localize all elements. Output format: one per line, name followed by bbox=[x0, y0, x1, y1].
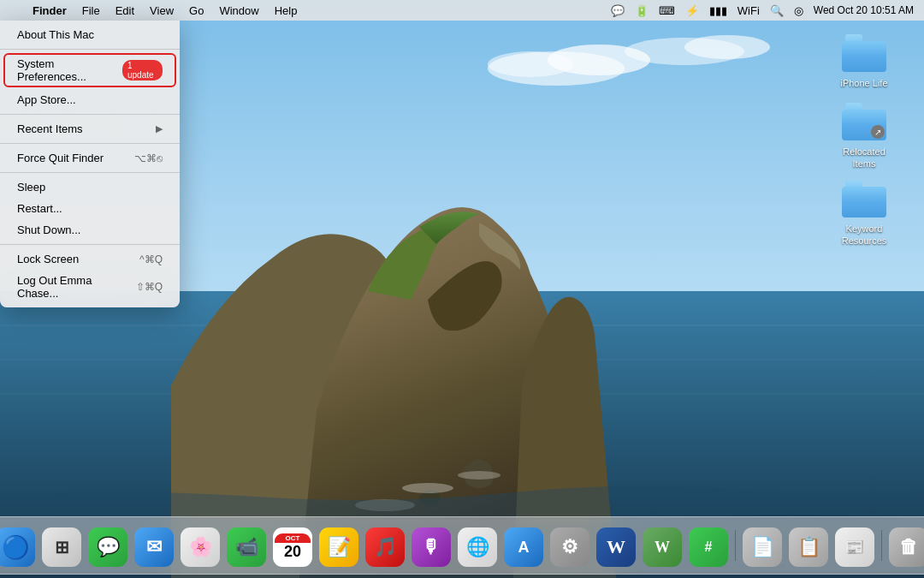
bluetooth-icon[interactable]: ⚡ bbox=[682, 4, 702, 17]
dock-settings[interactable]: ⚙ bbox=[548, 526, 591, 569]
dock-music[interactable]: 🎵 bbox=[364, 526, 406, 569]
dock-separator-2 bbox=[881, 530, 882, 561]
menu-window[interactable]: Window bbox=[212, 0, 265, 21]
datetime: Wed Oct 20 10:51 AM bbox=[810, 4, 917, 16]
keyword-resources-label: Keyword Resources bbox=[842, 223, 887, 247]
dock-trash[interactable]: 🗑 bbox=[887, 526, 924, 569]
dock-chrome[interactable]: 🌐 bbox=[456, 526, 499, 569]
dock-appstore[interactable]: A bbox=[502, 526, 545, 569]
relocated-items-label: Relocated Items bbox=[832, 146, 897, 170]
menu-view[interactable]: View bbox=[143, 0, 181, 21]
dock-wordle[interactable]: W bbox=[641, 526, 684, 569]
dock-word[interactable]: W bbox=[595, 526, 637, 569]
menu-item-shutdown[interactable]: Shut Down... bbox=[3, 219, 176, 241]
update-badge: 1 update bbox=[122, 60, 163, 80]
menu-item-appstore[interactable]: App Store... bbox=[3, 89, 176, 110]
siri-icon[interactable]: ◎ bbox=[791, 4, 807, 17]
battery-icon[interactable]: ▮▮▮ bbox=[706, 4, 731, 17]
dock-podcasts[interactable]: 🎙 bbox=[410, 526, 453, 569]
menu-divider-2 bbox=[0, 114, 180, 115]
dock-files2[interactable]: 📋 bbox=[787, 526, 830, 569]
menu-divider-1 bbox=[0, 49, 180, 50]
menubar-icon-1[interactable]: 🔋 bbox=[631, 4, 652, 17]
wifi-icon[interactable]: WiFi bbox=[734, 4, 763, 17]
menu-item-about[interactable]: About This Mac bbox=[3, 24, 176, 45]
dock-news[interactable]: 📰 bbox=[833, 526, 876, 569]
dock-numbers[interactable]: # bbox=[687, 526, 730, 569]
wechat-icon[interactable]: 💬 bbox=[607, 4, 628, 17]
menu-item-system-prefs[interactable]: System Preferences... 1 update bbox=[3, 53, 176, 87]
dock-launchpad[interactable]: ⊞ bbox=[40, 526, 83, 569]
svg-point-3 bbox=[488, 51, 573, 77]
menu-finder[interactable]: Finder bbox=[26, 0, 74, 21]
menubar: Finder File Edit View Go Window Help 💬 🔋… bbox=[0, 0, 924, 21]
desktop-icon-iphone-life[interactable]: iPhone Life bbox=[830, 33, 898, 89]
svg-point-5 bbox=[684, 35, 770, 59]
menu-divider-3 bbox=[0, 143, 180, 144]
menu-edit[interactable]: Edit bbox=[109, 0, 141, 21]
menu-item-force-quit[interactable]: Force Quit Finder ⌥⌘⎋ bbox=[3, 147, 176, 169]
force-quit-shortcut: ⌥⌘⎋ bbox=[134, 152, 163, 164]
search-icon[interactable]: 🔍 bbox=[767, 4, 787, 17]
dock: 🔵 ⊞ 💬 ✉ 🌸 📹 OCT 20 📝 bbox=[0, 516, 924, 575]
menubar-icon-2[interactable]: ⌨ bbox=[655, 4, 678, 17]
desktop-icon-relocated-items[interactable]: ↗ Relocated Items bbox=[830, 101, 898, 170]
svg-point-11 bbox=[458, 471, 500, 480]
iphone-life-label: iPhone Life bbox=[840, 77, 887, 89]
dock-mail[interactable]: ✉ bbox=[133, 526, 175, 569]
dock-facetime[interactable]: 📹 bbox=[225, 526, 268, 569]
dock-photos[interactable]: 🌸 bbox=[179, 526, 222, 569]
dock-notes[interactable]: 📝 bbox=[317, 526, 360, 569]
apple-menu-button[interactable] bbox=[7, 0, 24, 21]
logout-shortcut: ⇧⌘Q bbox=[136, 281, 163, 293]
desktop: Finder File Edit View Go Window Help 💬 🔋… bbox=[0, 0, 924, 578]
folder-icon-2: ↗ bbox=[842, 103, 886, 140]
apple-dropdown-menu: About This Mac System Preferences... 1 u… bbox=[0, 21, 180, 307]
menubar-right: 💬 🔋 ⌨ ⚡ ▮▮▮ WiFi 🔍 ◎ Wed Oct 20 10:51 AM bbox=[607, 4, 917, 17]
dock-separator bbox=[735, 530, 736, 561]
lock-shortcut: ^⌘Q bbox=[139, 253, 163, 265]
menu-item-restart[interactable]: Restart... bbox=[3, 198, 176, 219]
dock-messages[interactable]: 💬 bbox=[86, 526, 129, 569]
dock-calendar[interactable]: OCT 20 bbox=[271, 526, 314, 569]
folder-icon bbox=[842, 34, 886, 72]
menu-item-sleep[interactable]: Sleep bbox=[3, 176, 176, 198]
dock-finder[interactable]: 🔵 bbox=[0, 526, 37, 569]
menu-item-lock[interactable]: Lock Screen ^⌘Q bbox=[3, 248, 176, 270]
desktop-icon-keyword-resources[interactable]: Keyword Resources bbox=[830, 178, 898, 247]
submenu-arrow-icon: ▶ bbox=[156, 123, 163, 134]
menu-go[interactable]: Go bbox=[182, 0, 210, 21]
menu-file[interactable]: File bbox=[75, 0, 107, 21]
folder-icon-3 bbox=[842, 180, 886, 217]
svg-point-10 bbox=[402, 483, 453, 493]
menu-help[interactable]: Help bbox=[268, 0, 305, 21]
menu-divider-4 bbox=[0, 172, 180, 173]
menu-item-recent-items[interactable]: Recent Items ▶ bbox=[3, 118, 176, 140]
menu-item-logout[interactable]: Log Out Emma Chase... ⇧⌘Q bbox=[3, 270, 176, 304]
menu-divider-5 bbox=[0, 244, 180, 245]
dock-files1[interactable]: 📄 bbox=[741, 526, 784, 569]
